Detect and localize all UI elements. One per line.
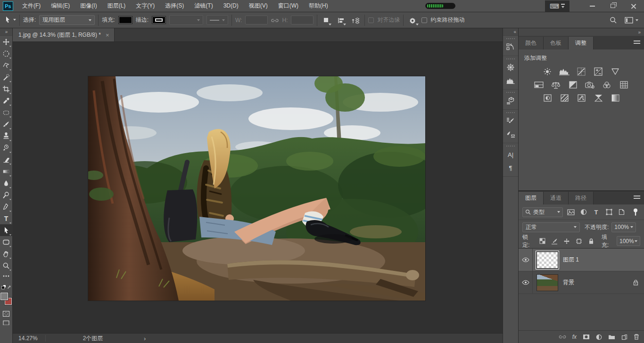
screen-mode-button[interactable] bbox=[0, 319, 13, 326]
link-layers-icon[interactable] bbox=[559, 335, 566, 339]
layer-name[interactable]: 背景 bbox=[563, 278, 574, 286]
layer-filter-dropdown[interactable]: 类型 bbox=[522, 207, 563, 217]
filter-shape-icon[interactable] bbox=[604, 207, 614, 217]
path-operations-button[interactable] bbox=[321, 15, 332, 26]
status-chevron-icon[interactable]: › bbox=[140, 335, 149, 342]
tab-swatches[interactable]: 色板 bbox=[544, 37, 569, 49]
menu-edit[interactable]: 编辑(E) bbox=[46, 0, 75, 12]
tab-paths[interactable]: 路径 bbox=[569, 192, 594, 204]
tab-channels[interactable]: 通道 bbox=[544, 192, 569, 204]
close-button[interactable] bbox=[623, 0, 644, 12]
tab-layers[interactable]: 图层 bbox=[519, 192, 544, 204]
tab-adjustments[interactable]: 调整 bbox=[569, 37, 594, 49]
black-white-icon[interactable] bbox=[567, 81, 578, 89]
layers-menu-icon[interactable] bbox=[634, 196, 640, 200]
lock-pixels-icon[interactable] bbox=[550, 237, 559, 246]
levels-icon[interactable] bbox=[559, 67, 570, 76]
crop-tool[interactable] bbox=[0, 83, 13, 95]
lock-all-icon[interactable] bbox=[586, 237, 596, 246]
canvas-area[interactable] bbox=[13, 42, 503, 333]
filter-adjustment-icon[interactable] bbox=[578, 207, 588, 217]
new-layer-icon[interactable] bbox=[621, 334, 627, 340]
menu-view[interactable]: 视图(V) bbox=[244, 0, 273, 12]
exposure-icon[interactable] bbox=[593, 67, 604, 76]
layer-thumbnail[interactable] bbox=[537, 274, 558, 291]
vibrance-icon[interactable] bbox=[610, 67, 621, 76]
workspace-switcher-button[interactable] bbox=[625, 17, 638, 24]
shape-tool[interactable] bbox=[0, 236, 13, 248]
photo-filter-icon[interactable] bbox=[584, 81, 595, 89]
restore-button[interactable] bbox=[603, 0, 623, 12]
menu-select[interactable]: 选择(S) bbox=[160, 0, 189, 12]
healing-patch-tool[interactable] bbox=[0, 106, 13, 118]
panel-menu-icon[interactable] bbox=[634, 41, 640, 45]
edit-toolbar-button[interactable] bbox=[0, 271, 13, 281]
blend-mode-dropdown[interactable]: 正常 bbox=[522, 222, 580, 232]
fill-dropdown[interactable]: 100% bbox=[617, 236, 640, 246]
gradient-map-icon[interactable] bbox=[593, 94, 604, 102]
tab-close-icon[interactable]: × bbox=[106, 32, 109, 39]
path-selection-tool[interactable] bbox=[0, 224, 13, 236]
new-adjustment-icon[interactable] bbox=[596, 334, 602, 340]
filter-smart-object-icon[interactable] bbox=[617, 207, 627, 217]
path-arrangement-button[interactable] bbox=[350, 15, 361, 26]
color-balance-icon[interactable] bbox=[550, 81, 561, 89]
layer-thumbnail[interactable] bbox=[537, 252, 558, 269]
history-panel-icon[interactable] bbox=[504, 41, 518, 54]
new-group-icon[interactable] bbox=[608, 334, 615, 340]
gear-button[interactable] bbox=[407, 15, 418, 26]
lock-position-icon[interactable] bbox=[562, 237, 571, 246]
layer-row-layer1[interactable]: 图层 1 bbox=[519, 249, 644, 271]
layer-name[interactable]: 图层 1 bbox=[563, 256, 579, 264]
materials-panel-icon[interactable] bbox=[504, 94, 518, 107]
zoom-tool[interactable] bbox=[0, 260, 13, 271]
foreground-color-swatch[interactable] bbox=[0, 293, 8, 300]
menu-image[interactable]: 图像(I) bbox=[75, 0, 102, 12]
add-mask-icon[interactable] bbox=[583, 334, 590, 340]
posterize-icon[interactable] bbox=[559, 94, 570, 102]
document-tab[interactable]: 1.jpg @ 14.3% (图层 1, RGB/8) * × bbox=[13, 28, 115, 41]
dodge-tool[interactable] bbox=[0, 189, 13, 201]
threshold-icon[interactable] bbox=[576, 94, 587, 102]
invert-icon[interactable] bbox=[542, 94, 553, 102]
zoom-level-field[interactable]: 14.27% bbox=[13, 335, 46, 342]
stroke-color-swatch[interactable] bbox=[152, 16, 166, 24]
tool-preset-button[interactable] bbox=[4, 15, 16, 26]
filter-type-icon[interactable]: T bbox=[591, 207, 601, 217]
delete-layer-icon[interactable] bbox=[634, 334, 639, 340]
menu-filter[interactable]: 滤镜(T) bbox=[189, 0, 218, 12]
layer-row-background[interactable]: 背景 bbox=[519, 271, 644, 294]
pen-tool[interactable] bbox=[0, 201, 13, 212]
menu-type[interactable]: 文字(Y) bbox=[131, 0, 160, 12]
eraser-tool[interactable] bbox=[0, 154, 13, 165]
visibility-toggle[interactable] bbox=[519, 249, 533, 271]
navigator-panel-icon[interactable] bbox=[504, 61, 518, 74]
blur-tool[interactable] bbox=[0, 177, 13, 189]
constrain-path-checkbox[interactable] bbox=[421, 17, 427, 23]
default-colors-icon[interactable] bbox=[1, 285, 6, 289]
lock-transparency-icon[interactable] bbox=[537, 237, 547, 246]
dock-expand-button[interactable]: » bbox=[519, 28, 644, 36]
lasso-tool[interactable] bbox=[0, 59, 13, 71]
minimize-button[interactable] bbox=[582, 0, 603, 12]
clone-stamp-tool[interactable] bbox=[0, 130, 13, 142]
layer-style-button[interactable]: fx bbox=[572, 334, 577, 340]
marquee-tool[interactable] bbox=[0, 48, 13, 59]
opacity-dropdown[interactable]: 100% bbox=[611, 222, 636, 232]
filter-toggle-pin-icon[interactable] bbox=[630, 207, 640, 217]
tool-presets-panel-icon[interactable] bbox=[504, 128, 518, 141]
character-panel-icon[interactable]: A| bbox=[504, 148, 518, 161]
lock-artboard-icon[interactable] bbox=[574, 237, 584, 246]
selective-color-icon[interactable] bbox=[610, 94, 621, 102]
search-icon[interactable] bbox=[610, 16, 617, 24]
hand-tool[interactable] bbox=[0, 248, 13, 260]
visibility-toggle[interactable] bbox=[519, 271, 533, 294]
path-alignment-button[interactable] bbox=[335, 15, 347, 26]
brush-settings-panel-icon[interactable] bbox=[504, 114, 518, 128]
menu-layer[interactable]: 图层(L) bbox=[102, 0, 131, 12]
link-dimensions-icon[interactable] bbox=[271, 17, 279, 23]
history-brush-tool[interactable] bbox=[0, 142, 13, 154]
channel-mixer-icon[interactable] bbox=[601, 81, 612, 89]
select-mode-dropdown[interactable]: 现用图层 bbox=[39, 15, 95, 25]
quick-selection-tool[interactable] bbox=[0, 71, 13, 83]
